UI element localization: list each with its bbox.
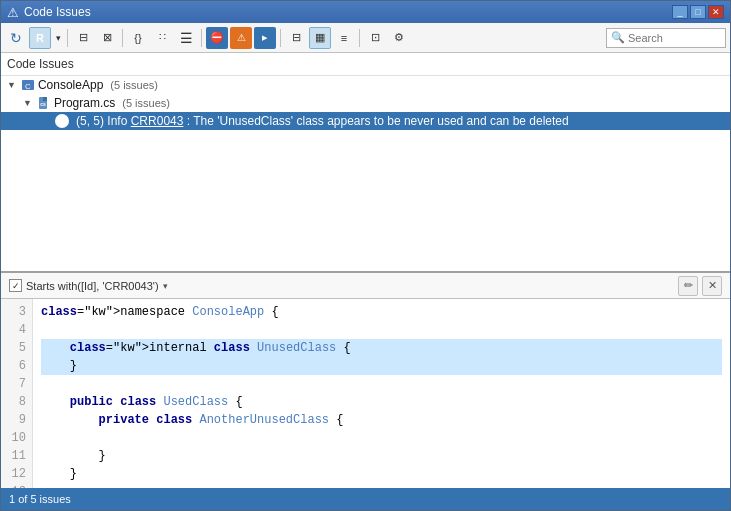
- issues-header: Code Issues: [1, 53, 730, 76]
- issue-message: : The 'UnusedClass' class appears to be …: [183, 114, 568, 128]
- title-bar-left: ⚠ Code Issues: [7, 5, 91, 20]
- filter-checkbox[interactable]: ✓: [9, 279, 22, 292]
- filter-dropdown-arrow[interactable]: ▾: [163, 281, 168, 291]
- separator-2: [122, 29, 123, 47]
- status-text: 1 of 5 issues: [9, 493, 71, 505]
- tree-arrow-programcs: ▼: [23, 98, 32, 108]
- code-area[interactable]: 3456789101112131415 class="kw">namespace…: [1, 299, 730, 488]
- list-button[interactable]: ☰: [175, 27, 197, 49]
- code-content: class="kw">namespace ConsoleApp { class=…: [33, 299, 730, 488]
- search-input[interactable]: [628, 32, 721, 44]
- title-bar-controls: _ □ ✕: [672, 5, 724, 19]
- minimize-button[interactable]: _: [672, 5, 688, 19]
- file-icon: cs: [37, 96, 51, 110]
- filter-bar: ✓ Starts with([Id], 'CRR0043') ▾ ✏ ✕: [1, 273, 730, 299]
- align-center[interactable]: ≡: [333, 27, 355, 49]
- tree-item-programcs[interactable]: ▼ cs Program.cs (5 issues): [1, 94, 730, 112]
- info-icon: i: [55, 114, 69, 128]
- warn-button[interactable]: ⚠: [230, 27, 252, 49]
- filter-label[interactable]: Starts with([Id], 'CRR0043'): [26, 280, 159, 292]
- consoleapp-label: ConsoleApp: [38, 78, 103, 92]
- svg-text:cs: cs: [40, 101, 46, 107]
- separator-4: [280, 29, 281, 47]
- issue-label: (5, 5) Info CRR0043 : The 'UnusedClass' …: [76, 114, 569, 128]
- search-icon: 🔍: [611, 31, 625, 44]
- export2-button[interactable]: ⊠: [96, 27, 118, 49]
- status-bar: 1 of 5 issues: [1, 488, 730, 510]
- solution-icon: C: [21, 78, 35, 92]
- issue-prefix: (5, 5) Info: [76, 114, 131, 128]
- export3-button[interactable]: ⊡: [364, 27, 386, 49]
- r-button[interactable]: R: [29, 27, 51, 49]
- toolbar: ↻ R ▾ ⊟ ⊠ {} ∷ ☰ ⛔ ⚠ ▸ ⊟ ▦ ≡ ⊡ ⚙ 🔍: [1, 23, 730, 53]
- separator-5: [359, 29, 360, 47]
- settings-button[interactable]: ⚙: [388, 27, 410, 49]
- maximize-button[interactable]: □: [690, 5, 706, 19]
- separator-1: [67, 29, 68, 47]
- window-title: Code Issues: [24, 5, 91, 19]
- programcs-count: (5 issues): [122, 97, 170, 109]
- window-icon: ⚠: [7, 5, 19, 20]
- tree-arrow-consoleapp: ▼: [7, 80, 16, 90]
- dropdown-arrow[interactable]: ▾: [53, 27, 63, 49]
- programcs-label: Program.cs: [54, 96, 115, 110]
- consoleapp-count: (5 issues): [110, 79, 158, 91]
- search-box: 🔍: [606, 28, 726, 48]
- issues-panel: Code Issues ▼ C ConsoleApp (5 issues) ▼ …: [1, 53, 730, 273]
- svg-text:C: C: [25, 82, 31, 91]
- dots-button[interactable]: ∷: [151, 27, 173, 49]
- filter-clear-button[interactable]: ✕: [702, 276, 722, 296]
- tree-item-issue[interactable]: i (5, 5) Info CRR0043 : The 'UnusedClass…: [1, 112, 730, 130]
- title-bar: ⚠ Code Issues _ □ ✕: [1, 1, 730, 23]
- line-numbers: 3456789101112131415: [1, 299, 33, 488]
- refresh-button[interactable]: ↻: [5, 27, 27, 49]
- main-window: ⚠ Code Issues _ □ ✕ ↻ R ▾ ⊟ ⊠ {} ∷ ☰ ⛔ ⚠…: [0, 0, 731, 511]
- run-button[interactable]: ▸: [254, 27, 276, 49]
- crr-link[interactable]: CRR0043: [131, 114, 184, 128]
- separator-3: [201, 29, 202, 47]
- braces-button[interactable]: {}: [127, 27, 149, 49]
- code-panel: 3456789101112131415 class="kw">namespace…: [1, 299, 730, 488]
- close-button[interactable]: ✕: [708, 5, 724, 19]
- filter-edit-button[interactable]: ✏: [678, 276, 698, 296]
- stop-button[interactable]: ⛔: [206, 27, 228, 49]
- align-right[interactable]: ▦: [309, 27, 331, 49]
- filter-buttons: ✏ ✕: [678, 276, 722, 296]
- align-left[interactable]: ⊟: [285, 27, 307, 49]
- tree-item-consoleapp[interactable]: ▼ C ConsoleApp (5 issues): [1, 76, 730, 94]
- export-button[interactable]: ⊟: [72, 27, 94, 49]
